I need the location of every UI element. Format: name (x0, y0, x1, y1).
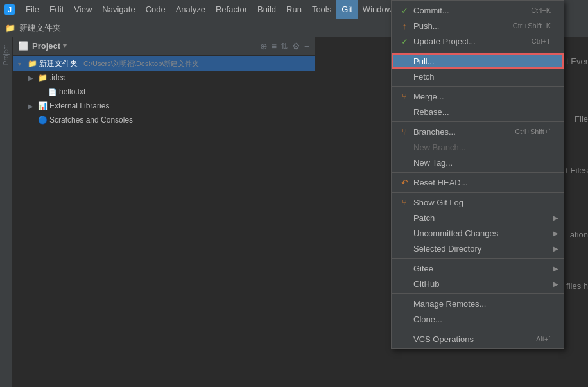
menu-item-selected-dir[interactable]: Selected Directory (392, 241, 564, 256)
push-label: Push... (413, 21, 439, 31)
partial-ever: t Ever (566, 56, 588, 66)
tree-item-ext[interactable]: ▶ 📊 External Libraries (13, 99, 315, 113)
svg-text:J: J (8, 6, 12, 13)
panel-header: ⬜ Project ▾ ⊕ ≡ ⇅ ⚙ − (13, 37, 315, 55)
menu-item-clone[interactable]: Clone... (392, 311, 564, 327)
panel-title: Project ▾ (32, 41, 67, 51)
menu-git[interactable]: Git (336, 0, 358, 19)
commit-icon: ✓ (399, 6, 410, 15)
menu-item-github[interactable]: GitHub (392, 276, 564, 291)
commit-shortcut: Ctrl+K (518, 6, 551, 14)
menu-item-merge[interactable]: ⑂ Merge... (392, 89, 564, 104)
branches-shortcut: Ctrl+Shift+` (502, 128, 551, 135)
menu-view[interactable]: View (69, 0, 97, 19)
hello-label: hello.txt (59, 87, 85, 96)
tree-view-icon[interactable]: ⇅ (281, 41, 288, 51)
branches-icon: ⑂ (399, 127, 410, 137)
separator-2 (392, 86, 564, 87)
ext-chevron: ▶ (28, 103, 36, 110)
menu-item-push[interactable]: ↑ Push... Ctrl+Shift+K (392, 18, 564, 33)
tree-container: ▾ 📁 新建文件夹 C:\Users\刘明福\Desktop\新建文件夹 ▶ 📁… (13, 55, 315, 387)
update-shortcut: Ctrl+T (519, 37, 551, 45)
panel-folder-icon: ⬜ (18, 41, 28, 51)
pull-label: Pull... (413, 56, 435, 66)
vcs-ops-label: VCS Operations (413, 334, 474, 344)
menu-code[interactable]: Code (141, 0, 171, 19)
menu-navigate[interactable]: Navigate (97, 0, 140, 19)
scratches-icon: 🔵 (38, 116, 48, 125)
collapse-all-icon[interactable]: ⊕ (260, 41, 268, 51)
menu-item-rebase[interactable]: Rebase... (392, 104, 564, 119)
close-panel-icon[interactable]: − (304, 41, 309, 51)
manage-remotes-label: Manage Remotes... (413, 299, 486, 309)
gitee-label: Gitee (413, 264, 433, 273)
patch-label: Patch (413, 213, 435, 223)
menu-item-uncommitted[interactable]: Uncommitted Changes (392, 225, 564, 241)
project-title: 新建文件夹 (19, 22, 61, 34)
root-folder-icon: 📁 (28, 59, 37, 68)
rebase-label: Rebase... (413, 107, 449, 117)
idea-chevron: ▶ (28, 74, 36, 82)
root-path: C:\Users\刘明福\Desktop\新建文件夹 (83, 59, 199, 69)
sidebar-icons: Project (0, 37, 13, 387)
separator-1 (392, 51, 564, 51)
panel-dropdown-arrow[interactable]: ▾ (63, 42, 67, 50)
menu-item-branches[interactable]: ⑂ Branches... Ctrl+Shift+` (392, 124, 564, 139)
push-shortcut: Ctrl+Shift+K (500, 22, 551, 30)
project-folder-icon: 📁 (5, 23, 15, 33)
update-label: Update Project... (413, 37, 476, 46)
menu-edit[interactable]: Edit (44, 0, 69, 19)
menu-analyze[interactable]: Analyze (171, 0, 211, 19)
uncommitted-label: Uncommitted Changes (413, 228, 498, 238)
reset-label: Reset HEAD... (413, 178, 468, 187)
tree-root[interactable]: ▾ 📁 新建文件夹 C:\Users\刘明福\Desktop\新建文件夹 (13, 56, 315, 71)
menu-item-reset[interactable]: ↶ Reset HEAD... (392, 175, 564, 190)
project-panel: ⬜ Project ▾ ⊕ ≡ ⇅ ⚙ − ▾ 📁 新建文件夹 C:\Users… (13, 37, 315, 387)
menu-item-pull[interactable]: Pull... (392, 53, 564, 69)
vcs-ops-shortcut: Alt+` (523, 335, 551, 343)
separator-3 (392, 121, 564, 122)
root-chevron: ▾ (18, 60, 26, 67)
menu-item-gitee[interactable]: Gitee (392, 261, 564, 276)
sidebar-project-label[interactable]: Project (1, 40, 11, 70)
menu-item-manage-remotes[interactable]: Manage Remotes... (392, 296, 564, 311)
tree-item-scratches[interactable]: ▶ 🔵 Scratches and Consoles (13, 113, 315, 127)
menu-item-new-tag[interactable]: New Tag... (392, 155, 564, 170)
menu-item-patch[interactable]: Patch (392, 210, 564, 225)
scratches-label: Scratches and Consoles (49, 116, 133, 125)
hello-file-icon: 📄 (48, 88, 57, 96)
git-dropdown-menu: ✓ Commit... Ctrl+K ↑ Push... Ctrl+Shift+… (391, 0, 564, 349)
partial-ation: ation (570, 230, 588, 239)
new-tag-label: New Tag... (413, 158, 453, 168)
menu-item-vcs-ops[interactable]: VCS Operations Alt+` (392, 331, 564, 347)
app-logo: J (3, 3, 17, 17)
branches-label: Branches... (413, 127, 456, 137)
settings-icon[interactable]: ⚙ (292, 41, 300, 51)
menu-refactor[interactable]: Refactor (211, 0, 252, 19)
tree-item-hello[interactable]: ▶ 📄 hello.txt (13, 85, 315, 99)
clone-label: Clone... (413, 314, 442, 324)
separator-6 (392, 258, 564, 259)
menu-run[interactable]: Run (281, 0, 307, 19)
menu-file[interactable]: File (21, 0, 44, 19)
menu-item-fetch[interactable]: Fetch (392, 69, 564, 84)
merge-icon: ⑂ (399, 92, 410, 101)
separator-5 (392, 192, 564, 193)
push-icon: ↑ (399, 21, 410, 31)
merge-label: Merge... (413, 92, 444, 101)
show-git-log-label: Show Git Log (413, 198, 463, 207)
selected-dir-label: Selected Directory (413, 244, 481, 254)
separator-4 (392, 172, 564, 173)
menu-item-commit[interactable]: ✓ Commit... Ctrl+K (392, 3, 564, 18)
menu-build[interactable]: Build (252, 0, 281, 19)
menu-tools[interactable]: Tools (307, 0, 336, 19)
menu-item-update[interactable]: ✓ Update Project... Ctrl+T (392, 33, 564, 49)
scroll-to-icon[interactable]: ≡ (272, 41, 277, 51)
partial-file: File (575, 114, 588, 124)
tree-item-idea[interactable]: ▶ 📁 .idea (13, 71, 315, 85)
menu-item-show-git-log[interactable]: ⑂ Show Git Log (392, 194, 564, 210)
commit-label: Commit... (413, 6, 449, 15)
idea-label: .idea (49, 73, 66, 82)
root-label: 新建文件夹 (39, 58, 78, 69)
separator-8 (392, 329, 564, 329)
